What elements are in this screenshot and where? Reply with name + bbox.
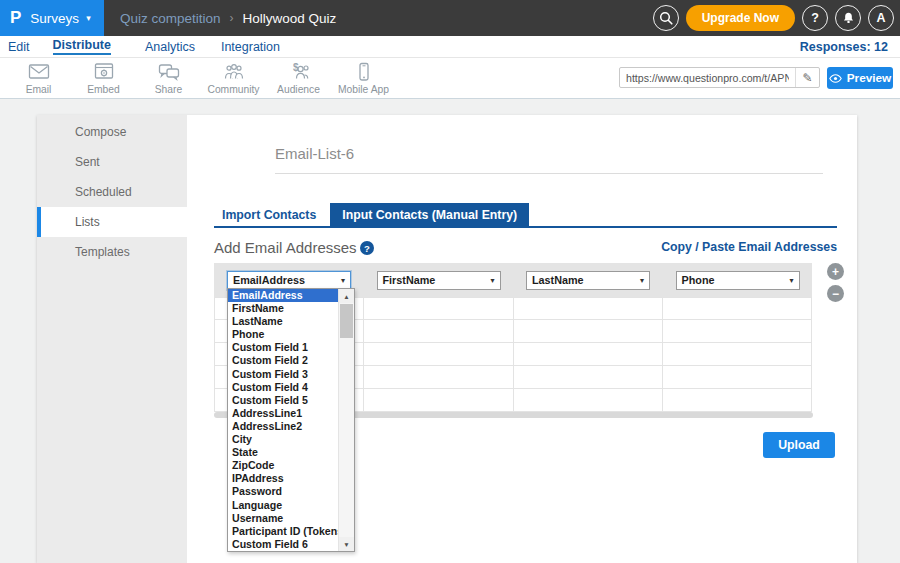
channel-audience[interactable]: $ Audience: [266, 58, 331, 99]
product-menu-label: Surveys: [30, 11, 79, 26]
cell-input[interactable]: [514, 389, 663, 411]
survey-url-input[interactable]: [620, 68, 795, 87]
dropdown-option[interactable]: State: [228, 446, 338, 459]
field-select-1[interactable]: EmailAddress ▾: [227, 271, 351, 290]
sidebar-item-sent[interactable]: Sent: [37, 147, 187, 177]
notifications-button[interactable]: [835, 5, 861, 31]
cell-input[interactable]: [663, 343, 812, 365]
add-row-button[interactable]: +: [827, 263, 844, 280]
dropdown-option[interactable]: Phone: [228, 328, 338, 341]
dropdown-option[interactable]: EmailAddress: [228, 289, 338, 302]
dropdown-option[interactable]: ZipCode: [228, 459, 338, 472]
breadcrumb-separator: ›: [230, 11, 234, 25]
list-name-field[interactable]: Email-List-6: [275, 145, 354, 162]
app-window: P Surveys ▾ Quiz competition › Hollywood…: [0, 0, 900, 563]
channel-label: Mobile App: [338, 84, 389, 95]
dropdown-option[interactable]: Username: [228, 512, 338, 525]
sidebar-item-scheduled[interactable]: Scheduled: [37, 177, 187, 207]
nav-tab-distribute[interactable]: Distribute: [53, 38, 111, 55]
scroll-up-icon[interactable]: ▲: [339, 289, 354, 303]
dropdown-option[interactable]: FirstName: [228, 302, 338, 315]
upgrade-now-button[interactable]: Upgrade Now: [686, 5, 795, 31]
cell-input[interactable]: [364, 320, 513, 342]
dropdown-option[interactable]: AddressLine1: [228, 407, 338, 420]
dropdown-option[interactable]: Custom Field 5: [228, 394, 338, 407]
account-avatar[interactable]: A: [868, 5, 894, 31]
cell-input[interactable]: [514, 343, 663, 365]
upload-button[interactable]: Upload: [763, 432, 835, 458]
dropdown-option[interactable]: Language: [228, 499, 338, 512]
preview-button[interactable]: Preview: [827, 67, 893, 89]
sidebar-item-templates[interactable]: Templates: [37, 237, 187, 267]
dropdown-option[interactable]: LastName: [228, 315, 338, 328]
tab-import-contacts[interactable]: Import Contacts: [214, 203, 324, 227]
channel-label: Share: [155, 84, 182, 95]
dropdown-option[interactable]: AddressLine2: [228, 420, 338, 433]
cell-input[interactable]: [364, 366, 513, 388]
edit-url-button[interactable]: ✎: [795, 68, 819, 87]
cell-input[interactable]: [663, 389, 812, 411]
dropdown-option[interactable]: IPAddress: [228, 472, 338, 485]
dropdown-option[interactable]: City: [228, 433, 338, 446]
survey-nav: Edit Distribute Analytics Integration Re…: [0, 36, 900, 58]
breadcrumb-survey-name: Hollywood Quiz: [243, 11, 337, 26]
cell-input[interactable]: [514, 366, 663, 388]
audience-icon: $: [287, 62, 311, 82]
share-icon: [157, 62, 181, 82]
field-select-4[interactable]: Phone ▾: [676, 271, 800, 290]
email-sidebar: Compose Sent Scheduled Lists Templates: [37, 115, 187, 563]
help-icon[interactable]: ?: [360, 241, 374, 255]
field-select-3[interactable]: LastName ▾: [526, 271, 650, 290]
chevron-down-icon: ▾: [789, 276, 793, 285]
cell-input[interactable]: [364, 389, 513, 411]
breadcrumb-folder[interactable]: Quiz competition: [120, 11, 221, 26]
chevron-down-icon: ▾: [86, 13, 91, 23]
dropdown-option[interactable]: Custom Field 1: [228, 341, 338, 354]
cell-input[interactable]: [364, 343, 513, 365]
sidebar-item-compose[interactable]: Compose: [37, 117, 187, 147]
mobile-app-icon: [352, 62, 376, 82]
topbar-actions: Upgrade Now ? A: [653, 5, 894, 31]
cell-input[interactable]: [663, 366, 812, 388]
channel-share[interactable]: Share: [136, 58, 201, 99]
channel-embed[interactable]: Embed: [71, 58, 136, 99]
search-button[interactable]: [653, 5, 679, 31]
responses-count[interactable]: Responses: 12: [800, 36, 888, 58]
preview-label: Preview: [847, 71, 892, 85]
dropdown-option[interactable]: Password: [228, 485, 338, 498]
help-button[interactable]: ?: [802, 5, 828, 31]
remove-row-button[interactable]: −: [827, 285, 844, 302]
scrollbar-thumb[interactable]: [340, 304, 353, 338]
dropdown-option[interactable]: Custom Field 2: [228, 354, 338, 367]
surveys-menu-button[interactable]: P Surveys ▾: [0, 0, 104, 36]
cell-input[interactable]: [663, 320, 812, 342]
scroll-down-icon[interactable]: ▼: [339, 537, 354, 551]
dropdown-option[interactable]: Custom Field 4: [228, 381, 338, 394]
channel-mobile-app[interactable]: Mobile App: [331, 58, 396, 99]
cell-input[interactable]: [663, 298, 812, 319]
dropdown-option[interactable]: Custom Field 6: [228, 538, 338, 551]
chevron-down-icon: ▾: [341, 276, 345, 285]
cell-input[interactable]: [364, 298, 513, 319]
nav-tab-analytics[interactable]: Analytics: [145, 40, 195, 54]
tab-input-contacts-manual[interactable]: Input Contacts (Manual Entry): [330, 203, 529, 227]
dropdown-option[interactable]: Custom Field 3: [228, 368, 338, 381]
channel-label: Audience: [277, 84, 320, 95]
channel-community[interactable]: Community: [201, 58, 266, 99]
top-bar: P Surveys ▾ Quiz competition › Hollywood…: [0, 0, 900, 36]
field-select-2[interactable]: FirstName ▾: [377, 271, 501, 290]
channel-email[interactable]: Email: [6, 58, 71, 99]
dropdown-option[interactable]: Participant ID (Tokens): [228, 525, 338, 538]
copy-paste-link[interactable]: Copy / Paste Email Addresses: [661, 240, 837, 254]
dropdown-options: EmailAddress FirstName LastName Phone Cu…: [228, 289, 338, 551]
sidebar-item-lists[interactable]: Lists: [37, 207, 187, 237]
nav-tab-edit[interactable]: Edit: [8, 40, 30, 54]
nav-tab-integration[interactable]: Integration: [221, 40, 280, 54]
list-name-underline: [275, 173, 823, 174]
breadcrumb: Quiz competition › Hollywood Quiz: [120, 0, 336, 36]
cell-input[interactable]: [514, 298, 663, 319]
section-title: Add Email Addresses: [214, 239, 357, 256]
email-icon: [27, 62, 51, 82]
cell-input[interactable]: [514, 320, 663, 342]
dropdown-scrollbar[interactable]: ▲ ▼: [338, 289, 354, 551]
